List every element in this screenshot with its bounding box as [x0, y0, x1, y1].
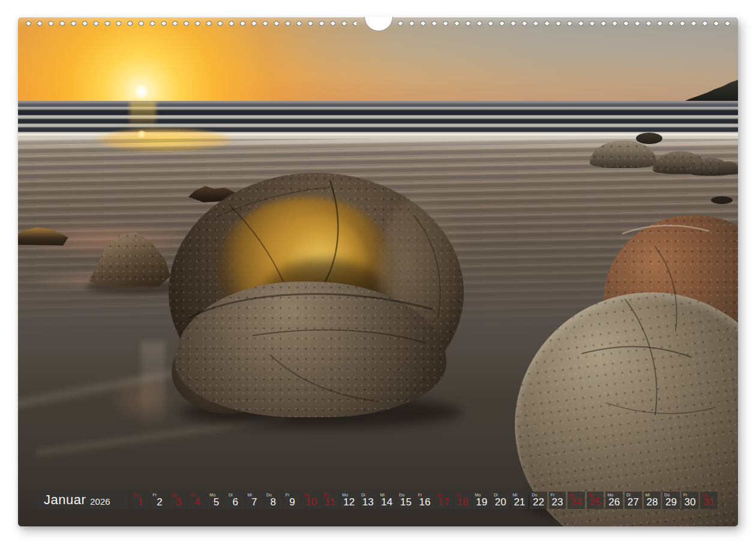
distant-boulder: [636, 133, 662, 144]
calendar-day-number: 31: [700, 497, 718, 507]
calendar-day-number: 27: [625, 497, 642, 507]
calendar-day-cell: Di13: [359, 492, 377, 509]
calendar-day-number: 23: [549, 497, 566, 507]
calendar-day-number: 8: [265, 497, 282, 507]
calendar-day-cell: Fr2: [151, 492, 169, 509]
small-dark-rock: [711, 196, 733, 204]
calendar-day-cell: So11: [322, 492, 339, 509]
calendar-day-number: 10: [302, 497, 320, 507]
calendar-day-cell: Mi14: [379, 492, 396, 509]
calendar-day-number: 5: [208, 497, 225, 507]
calendar-day-number: 28: [644, 497, 661, 507]
year-label: 2026: [90, 494, 110, 507]
calendar-page: Januar 2026 Do1Fr2Sa3So4Mo5Di6Mi7Do8Fr9S…: [18, 17, 738, 526]
calendar-day-cell: Sa10: [302, 492, 320, 509]
calendar-day-number: 19: [473, 497, 490, 507]
calendar-day-number: 2: [151, 497, 169, 507]
month-name: Januar: [44, 492, 86, 508]
calendar-day-number: 3: [170, 497, 187, 507]
calendar-day-number: 13: [359, 497, 377, 507]
calendar-day-cell: So25: [587, 492, 604, 509]
calendar-day-cell: So4: [189, 492, 206, 509]
calendar-day-cell: Di27: [625, 492, 642, 509]
calendar-strip: Januar 2026 Do1Fr2Sa3So4Mo5Di6Mi7Do8Fr9S…: [18, 491, 738, 510]
sun-reflection-column: [130, 101, 156, 131]
calendar-day-number: 22: [530, 497, 547, 507]
calendar-day-cell: Sa24: [568, 492, 585, 509]
wet-sand-streak: [141, 342, 165, 438]
calendar-day-cell: Mi7: [245, 492, 263, 509]
calendar-day-number: 7: [245, 497, 263, 507]
sun-reflection-dot: [137, 131, 146, 138]
calendar-day-cell: Fr30: [682, 492, 699, 509]
calendar-day-cell: Mo19: [473, 492, 490, 509]
calendar-day-cell: Do8: [265, 492, 282, 509]
calendar-day-number: 9: [284, 497, 301, 507]
binding-holes: [395, 17, 733, 29]
calendar-day-cell: Do29: [662, 492, 680, 509]
calendar-day-number: 30: [682, 497, 699, 507]
calendar-day-cell: Mo26: [605, 492, 623, 509]
calendar-day-number: 21: [511, 497, 529, 507]
calendar-day-cell: Sa3: [170, 492, 187, 509]
calendar-day-cell: Mo5: [208, 492, 225, 509]
calendar-day-cell: Do1: [132, 492, 149, 509]
calendar-day-cell: Di20: [492, 492, 509, 509]
calendar-day-number: 15: [397, 497, 415, 507]
calendar-day-number: 12: [340, 497, 358, 507]
calendar-day-cell: So18: [454, 492, 472, 509]
calendar-day-number: 14: [379, 497, 396, 507]
calendar-day-number: 26: [605, 497, 623, 507]
calendar-day-cell: Fr16: [416, 492, 434, 509]
calendar-days-row: Do1Fr2Sa3So4Mo5Di6Mi7Do8Fr9Sa10So11Mo12D…: [132, 492, 718, 509]
calendar-day-cell: Mi21: [511, 492, 529, 509]
calendar-day-number: 24: [568, 497, 585, 507]
calendar-day-cell: Mi28: [644, 492, 661, 509]
calendar-day-number: 17: [435, 497, 452, 507]
calendar-day-number: 29: [662, 497, 680, 507]
calendar-day-cell: Do15: [397, 492, 415, 509]
month-label-box: Januar 2026: [37, 491, 127, 509]
calendar-day-number: 20: [492, 497, 509, 507]
binding-holes: [23, 17, 356, 29]
calendar-day-cell: Fr9: [284, 492, 301, 509]
calendar-day-cell: Mo12: [340, 492, 358, 509]
sun: [134, 85, 148, 98]
calendar-day-number: 18: [454, 497, 472, 507]
calendar-day-cell: Sa31: [700, 492, 718, 509]
calendar-day-number: 11: [322, 497, 339, 507]
photo-moeraki-boulders: Januar 2026 Do1Fr2Sa3So4Mo5Di6Mi7Do8Fr9S…: [18, 17, 738, 526]
calendar-day-number: 16: [416, 497, 434, 507]
calendar-day-number: 4: [189, 497, 206, 507]
calendar-day-cell: Di6: [227, 492, 244, 509]
calendar-day-number: 6: [227, 497, 244, 507]
calendar-day-cell: Do22: [530, 492, 547, 509]
calendar-day-cell: Sa17: [435, 492, 452, 509]
calendar-day-cell: Fr23: [549, 492, 566, 509]
calendar-day-number: 1: [132, 497, 149, 507]
calendar-product-shot: Januar 2026 Do1Fr2Sa3So4Mo5Di6Mi7Do8Fr9S…: [0, 0, 756, 545]
calendar-day-number: 25: [587, 497, 604, 507]
